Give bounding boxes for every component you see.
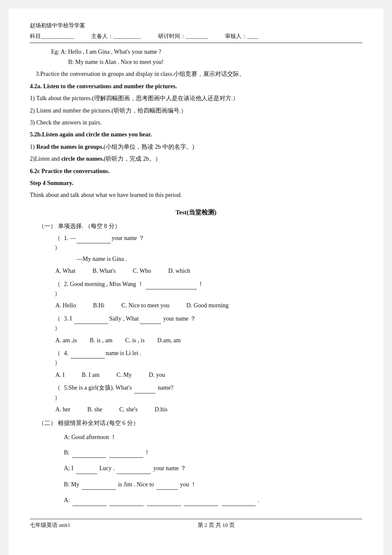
section-5b-text: 5.2b.Listen again and circle the names y… xyxy=(30,131,152,138)
blank-a3a xyxy=(72,496,107,506)
review-field: 审核人：____ xyxy=(225,32,258,41)
text-a2b: Lucy . xyxy=(99,465,116,471)
dialogue-a1: A: Good afternoon ！ xyxy=(64,433,362,442)
section-4a1: 1) Talk about the pictures.(理解四幅图画，思考图画中… xyxy=(30,94,362,103)
blank-a3c xyxy=(147,496,181,506)
speaker-a3: A: xyxy=(64,497,72,503)
q3-b: B. is , am xyxy=(90,336,112,345)
section-3-text: 3.Practice the conversation in groups an… xyxy=(30,71,245,77)
question-3: （ ） 3. I Sally , What your name ？ xyxy=(51,314,362,333)
question-1: （ ） 1. — your name ？ —My name is Gina . xyxy=(51,234,362,264)
q3-a: A. am ,is xyxy=(55,336,77,345)
q5-b: B. she xyxy=(87,405,102,414)
blank-a3d xyxy=(184,496,218,506)
q4-d: D. you xyxy=(149,370,165,380)
q3-bracket: （ ） xyxy=(51,314,64,333)
q3-c: C. is , is xyxy=(125,336,145,345)
page: 赵场初级中学校导学案 科目____________ 主备人：__________… xyxy=(9,9,383,555)
blank-b1a xyxy=(72,448,106,458)
q1-d: D. which xyxy=(168,266,190,276)
q5-c: C. she's xyxy=(119,405,138,414)
speaker-a1: A: xyxy=(64,434,72,440)
blank-a2a xyxy=(76,464,97,474)
test-title: Test(当堂检测) xyxy=(30,207,362,217)
text-a3-end: . xyxy=(258,497,259,503)
q4-choices: A. I B. I am C. My D. you xyxy=(55,370,362,380)
eg-line1: Eg: A: Hello , I am Gina , What's your n… xyxy=(51,47,362,57)
speaker-b1: B: xyxy=(64,449,71,456)
q4-bracket: （ ） xyxy=(51,349,64,368)
q3-row: （ ） 3. I Sally , What your name ？ xyxy=(51,314,362,333)
q2-d: D. Good morning xyxy=(186,301,228,310)
speaker-a2: A; xyxy=(64,465,72,471)
section-4a-text: 4.2a. Listen to the conversations and nu… xyxy=(30,83,177,90)
part2-label: （二） 根据情景补全对话.(每空 6 分） xyxy=(38,419,362,428)
question-4: （ ） 4. name is Li lei . xyxy=(51,349,362,368)
q1-sub: —My name is Gina . xyxy=(77,254,362,264)
q5-text: 5.She is a girl(女孩). What's name? xyxy=(64,383,173,393)
text-b2a: My xyxy=(71,481,81,488)
q2-row: （ ） 2. Good morning , Miss Wang ！ ！ xyxy=(51,280,362,299)
blank-a3e xyxy=(222,496,256,506)
step4: Step 4 Summary. xyxy=(30,179,362,188)
text-b2c: you ！ xyxy=(180,481,197,488)
q4-row: （ ） 4. name is Li lei . xyxy=(51,349,362,368)
q2-bracket: （ ） xyxy=(51,280,64,299)
school-title: 赵场初级中学校导学案 xyxy=(30,21,362,30)
section-5b2-text: 2)Listen and circle the names.(听听力，完成 2b… xyxy=(30,156,161,162)
q2-b: B.Hi xyxy=(93,301,104,310)
eg-block: Eg: A: Hello , I am Gina , What's your n… xyxy=(51,47,362,67)
section-4a3-text: 3) Check the answers in pairs. xyxy=(30,119,102,126)
q4-c: C. My xyxy=(116,370,132,380)
speaker-b2: B: xyxy=(64,481,71,488)
q1-b: B. What's xyxy=(92,266,115,276)
footer-center: 第 2 页 共 10 页 xyxy=(198,521,235,530)
step4-text: Step 4 Summary. xyxy=(30,180,73,186)
q2-a: A. Hello xyxy=(55,301,76,310)
section-5b1-text: 1) Read the names in groups.(小组为单位，熟读 2b… xyxy=(30,144,194,150)
part1-label: （一） 单项选择. （每空 8 分） xyxy=(38,222,362,231)
blank-b2b xyxy=(156,480,178,490)
blank-a3b xyxy=(110,496,144,506)
q5-d: D.his xyxy=(155,405,167,414)
section-4a1-text: 1) Talk about the pictures.(理解四幅图画，思考图画中… xyxy=(30,95,239,101)
text-a2c: your name ？ xyxy=(153,465,186,471)
q2-choices: A. Hello B.Hi C. Nice to meet you D. Goo… xyxy=(55,301,362,310)
text-a1: Good afternoon ！ xyxy=(72,434,117,440)
section-6c-text: 6.2c Practice the conversations. xyxy=(30,168,110,174)
section-3: 3.Practice the conversation in groups an… xyxy=(30,69,362,79)
subject-field: 科目____________ xyxy=(30,32,74,41)
q3-choices: A. am ,is B. is , am C. is , is D.am, am xyxy=(55,336,362,345)
section-4a: 4.2a. Listen to the conversations and nu… xyxy=(30,82,362,91)
q5-a: A. her xyxy=(55,405,70,414)
section-5b: 5.2b.Listen again and circle the names y… xyxy=(30,130,362,139)
dialogue-b2: B: My is Jim . Nice to you ！ xyxy=(64,480,362,490)
q1-text: 1. — your name ？ xyxy=(64,234,144,243)
q2-text: 2. Good morning , Miss Wang ！ ！ xyxy=(64,280,204,289)
dialogue-a3: A: . xyxy=(64,496,362,506)
section-6c: 6.2c Practice the conversations. xyxy=(30,167,362,176)
q1-c: C. Who xyxy=(133,266,151,276)
dialogue-a2: A; I Lucy . your name ？ xyxy=(64,464,362,474)
host-field: 主备人：__________ xyxy=(91,32,141,41)
q1-row: （ ） 1. — your name ？ xyxy=(51,234,362,253)
q5-bracket: （ ） xyxy=(51,383,64,402)
question-2: （ ） 2. Good morning , Miss Wang ！ ！ xyxy=(51,280,362,299)
q1-a: A. What xyxy=(55,266,75,276)
think: Think about and talk about what we have … xyxy=(30,191,362,200)
text-a2a: I xyxy=(72,465,75,471)
text-b2b: is Jim . Nice to xyxy=(118,481,156,488)
q2-c: C. Nice to meet you xyxy=(121,301,169,310)
discuss-field: 研讨时间：________ xyxy=(158,32,208,41)
think-text: Think about and talk about what we have … xyxy=(30,192,182,198)
footer-left: 七年级英语 unit1 xyxy=(30,521,70,530)
dialogue: A: Good afternoon ！ B: ！ A; I Lucy . you… xyxy=(64,433,362,506)
section-4a3: 3) Check the answers in pairs. xyxy=(30,118,362,127)
q4-text: 4. name is Li lei . xyxy=(64,349,141,358)
eg-line2: B: My name is Alan . Nice to meet you! xyxy=(68,58,362,67)
q5-row: （ ） 5.She is a girl(女孩). What's name? xyxy=(51,383,362,402)
header-line: 科目____________ 主备人：__________ 研讨时间：_____… xyxy=(30,32,362,43)
blank-b2a xyxy=(82,480,116,490)
q3-d: D.am, am xyxy=(157,336,181,345)
section-5b1: 1) Read the names in groups.(小组为单位，熟读 2b… xyxy=(30,142,362,152)
